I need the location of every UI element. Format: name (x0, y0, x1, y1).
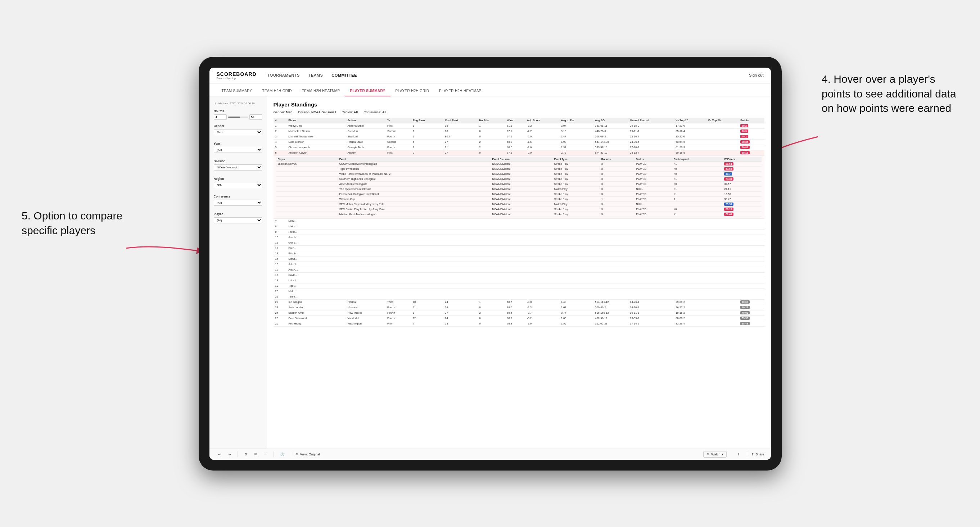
sidebar-player-group: Player (All) (214, 212, 262, 225)
logo-area: SCOREBOARD Powered by clippi (217, 71, 257, 79)
sidebar-update-time: 27/01/2024 16:56:26 (230, 102, 255, 105)
filter-gender: Gender: Men (274, 110, 293, 114)
col-avg-sg: Avg SG (593, 117, 628, 124)
sidebar-conference-select[interactable]: (All) (214, 200, 262, 206)
points-badge: 88.2 (740, 124, 748, 127)
sidebar-region-select[interactable]: N/A (214, 182, 262, 188)
sidebar-gender-select[interactable]: Men (214, 129, 262, 135)
standings-table: # Player School Yr Reg Rank Conf Rank No… (274, 117, 764, 327)
download-button[interactable]: ⬇ (735, 451, 743, 457)
sidebar-year-select[interactable]: (All) (214, 147, 262, 153)
table-row: 23 Jack Lundin Missouri Fourth 11 24 0 8… (274, 305, 764, 310)
sidebar-player-label: Player (214, 212, 262, 216)
table-row: 10Jacob... (274, 235, 764, 240)
col-school: School (346, 117, 385, 124)
tab-team-h2h-heatmap[interactable]: TEAM H2H HEATMAP (297, 86, 345, 97)
tab-player-summary[interactable]: PLAYER SUMMARY (345, 86, 390, 97)
filter-conference: Conference: All (363, 110, 386, 114)
share-label: Share (756, 452, 764, 456)
table-row: 21Tenhi... (274, 294, 764, 299)
col-vs50: Vs Top 50 (706, 117, 738, 124)
sidebar-year-label: Year (214, 142, 262, 145)
outer-container: 4. Hover over a player's points to see a… (0, 0, 980, 527)
points-badge: 80.89 (740, 146, 750, 149)
table-row: 20Mattl... (274, 289, 764, 294)
col-to-par: Avg to Par (559, 117, 593, 124)
table-row: 2 Michael La Sasso Ole Miss Second 1 18 … (274, 129, 764, 134)
no-rds-slider[interactable] (228, 117, 248, 117)
watch-label: Watch (711, 452, 720, 456)
tab-team-h2h-grid[interactable]: TEAM H2H GRID (257, 86, 297, 97)
annotation-4: 4. Hover over a player's points to see a… (822, 72, 958, 116)
filter-region: Region: All (342, 110, 358, 114)
table-row: 18Luke I... (274, 278, 764, 283)
nav-committee[interactable]: COMMITTEE (331, 71, 357, 79)
arrow-5-svg (123, 234, 209, 263)
col-no-rds: No Rds. (477, 117, 505, 124)
watch-icon: 👁 (706, 452, 710, 456)
table-row: 5 Christo Lamprecht Georgia Tech Fourth … (274, 144, 764, 150)
nav-tournaments[interactable]: TOURNAMENTS (267, 71, 300, 79)
copy-button[interactable]: ⧉ (252, 451, 259, 457)
sidebar-conference-label: Conference (214, 195, 262, 198)
no-rds-to-input[interactable] (250, 114, 262, 120)
watch-button[interactable]: 👁 Watch ▾ (703, 451, 727, 457)
view-icon: 👁 (296, 452, 299, 456)
table-row: 25 Cole Sherwood Vanderbilt Fourth 12 24… (274, 316, 764, 321)
settings-button[interactable]: ⚙ (242, 451, 250, 457)
table-row: 4 Luke Clanton Florida State Second 5 27… (274, 139, 764, 144)
sidebar-update-label: Update time: (214, 102, 229, 105)
col-vs25: Vs Top 25 (674, 117, 706, 124)
sidebar-no-rds-label: No Rds. (214, 110, 262, 113)
page-title: Player Standings (274, 102, 764, 108)
sidebar-division-label: Division (214, 159, 262, 163)
undo-button[interactable]: ↩ (216, 451, 223, 457)
redo-button[interactable]: ↪ (226, 451, 233, 457)
points-badge: 38.49 (740, 322, 750, 325)
logo-text: SCOREBOARD (217, 71, 257, 77)
sidebar-no-rds-group: No Rds. (214, 110, 262, 120)
filters-row: Gender: Men Division: NCAA Division I Re… (274, 110, 764, 114)
tooltip-data-row: Amer An IntercollegiateNCAA Division ISt… (277, 181, 762, 186)
sidebar-gender-group: Gender Men (214, 124, 262, 137)
bottom-toolbar: ↩ ↪ ⚙ ⧉ ⋯ 🕐 👁 View: Original 👁 Watch ▾ (210, 449, 771, 460)
more-button[interactable]: ⋯ (262, 451, 269, 457)
points-badge: 40.68 (740, 300, 750, 303)
sign-out-link[interactable]: Sign out (749, 73, 763, 77)
table-row: 19Tiger... (274, 283, 764, 289)
tab-player-h2h-grid[interactable]: PLAYER H2H GRID (390, 86, 434, 97)
tab-team-summary[interactable]: TEAM SUMMARY (217, 86, 257, 97)
sidebar-gender-label: Gender (214, 124, 262, 128)
main-content: Update time: 27/01/2024 16:56:26 No Rds.… (210, 97, 771, 449)
top-nav: SCOREBOARD Powered by clippi TOURNAMENTS… (210, 68, 771, 83)
table-row: 26 Petr Hruby Washington Fifth 7 23 0 68… (274, 321, 764, 326)
tablet-screen: SCOREBOARD Powered by clippi TOURNAMENTS… (210, 68, 771, 460)
points-badge-jackson: 68.18 (740, 151, 750, 154)
sidebar-conference-group: Conference (All) (214, 195, 262, 208)
tooltip-data-row: Jackson KoivunUNCW Seahawk Intercollegia… (277, 161, 762, 166)
logo-sub: Powered by clippi (217, 77, 257, 79)
table-row: 17David... (274, 272, 764, 278)
tooltip-data-row: Southern Highlands CollegiateNCAA Divisi… (277, 176, 762, 181)
points-badge: 70.2 (740, 135, 748, 138)
share-button[interactable]: ⬆ Share (751, 452, 764, 456)
sidebar-region-group: Region N/A (214, 177, 262, 190)
sidebar-player-select[interactable]: (All) (214, 217, 262, 224)
points-badge: 88.34 (740, 140, 750, 143)
tab-player-h2h-heatmap[interactable]: PLAYER H2H HEATMAP (434, 86, 486, 97)
points-badge: 40.02 (740, 311, 750, 314)
points-badge: 39.95 (740, 317, 750, 320)
tooltip-data-row: Mirabel Maui Jim IntercollegiateNCAA Div… (277, 211, 762, 217)
col-player: Player (286, 117, 345, 124)
filter-division: Division: NCAA Division I (298, 110, 336, 114)
nav-teams[interactable]: TEAMS (309, 71, 323, 79)
table-row: 12Bren... (274, 245, 764, 251)
clock-button[interactable]: 🕐 (278, 451, 286, 457)
no-rds-from-input[interactable] (214, 114, 227, 120)
points-badge: 40.27 (740, 306, 750, 309)
table-row: 1 Wenyi Ding Arizona State First 1 15 1 … (274, 123, 764, 129)
annotation-5: 5. Option to compare specific players (22, 209, 130, 238)
sidebar-update-group: Update time: 27/01/2024 16:56:26 (214, 102, 262, 105)
sidebar-division-select[interactable]: NCAA Division I (214, 164, 262, 170)
view-original-button[interactable]: 👁 View: Original (296, 452, 320, 456)
